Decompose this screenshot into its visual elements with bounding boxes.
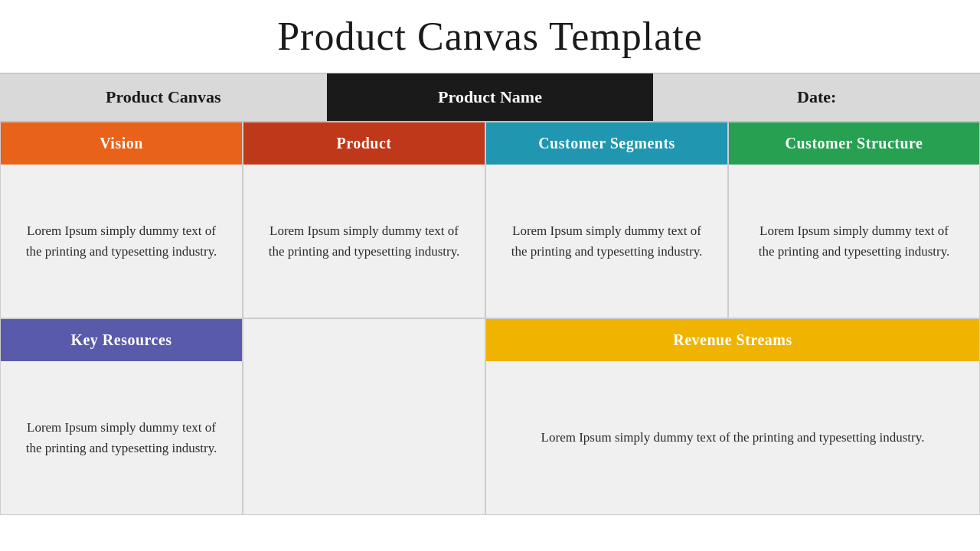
revenue-streams-header: Revenue Streams xyxy=(486,319,979,361)
customer-structure-cell: Customer Structure Lorem Ipsum simply du… xyxy=(728,122,980,318)
product-bottom-cell xyxy=(243,318,485,515)
customer-structure-body: Lorem Ipsum simply dummy text of the pri… xyxy=(729,165,979,318)
product-header: Product xyxy=(243,122,485,165)
key-resources-header: Key Resources xyxy=(1,319,242,361)
key-resources-body: Lorem Ipsum simply dummy text of the pri… xyxy=(1,361,242,514)
header-right: Date: xyxy=(653,73,980,121)
customer-structure-header: Customer Structure xyxy=(729,122,979,165)
product-cell: Product Lorem Ipsum simply dummy text of… xyxy=(243,122,485,318)
product-body: Lorem Ipsum simply dummy text of the pri… xyxy=(243,165,485,318)
canvas-grid: Vision Lorem Ipsum simply dummy text of … xyxy=(0,122,980,515)
vision-cell: Vision Lorem Ipsum simply dummy text of … xyxy=(0,122,243,318)
product-bottom-body xyxy=(243,319,485,514)
key-resources-cell: Key Resources Lorem Ipsum simply dummy t… xyxy=(0,318,243,515)
header-bar: Product Canvas Product Name Date: xyxy=(0,73,980,122)
row-2: Key Resources Lorem Ipsum simply dummy t… xyxy=(0,318,980,515)
customer-segments-cell: Customer Segments Lorem Ipsum simply dum… xyxy=(485,122,728,318)
customer-segments-header: Customer Segments xyxy=(486,122,727,165)
vision-body: Lorem Ipsum simply dummy text of the pri… xyxy=(1,165,242,318)
revenue-streams-cell: Revenue Streams Lorem Ipsum simply dummy… xyxy=(485,318,980,515)
row-1: Vision Lorem Ipsum simply dummy text of … xyxy=(0,122,980,318)
header-left: Product Canvas xyxy=(0,73,327,121)
vision-header: Vision xyxy=(1,122,242,165)
customer-segments-body: Lorem Ipsum simply dummy text of the pri… xyxy=(486,165,727,318)
revenue-streams-body: Lorem Ipsum simply dummy text of the pri… xyxy=(486,361,979,514)
page-title: Product Canvas Template xyxy=(0,0,980,73)
header-center: Product Name xyxy=(327,73,654,121)
